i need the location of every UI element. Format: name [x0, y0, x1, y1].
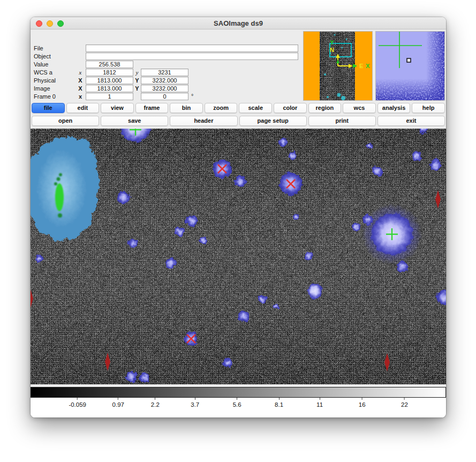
wcs-label: WCS a	[34, 69, 52, 76]
menu-edit[interactable]: edit	[66, 103, 100, 113]
frame-label: Frame 0	[34, 93, 56, 100]
exit-button[interactable]: exit	[377, 116, 445, 126]
star	[235, 176, 246, 188]
wcs-y-label: y	[134, 69, 140, 76]
star	[35, 255, 43, 262]
object-field[interactable]	[86, 53, 298, 60]
star	[128, 239, 138, 248]
menu-view[interactable]: view	[101, 103, 134, 113]
image-y-label: Y	[134, 85, 140, 92]
image-row: Image X 1813.000 Y 3232.000	[31, 85, 303, 92]
tick-mark	[279, 398, 279, 400]
physical-label: Physical	[34, 77, 56, 84]
star	[289, 152, 297, 160]
star	[238, 310, 250, 322]
menu-bin[interactable]: bin	[170, 103, 203, 113]
colorbar[interactable]	[31, 387, 446, 398]
save-button[interactable]: save	[101, 116, 168, 126]
tick-label: 8.1	[275, 401, 283, 408]
tick-mark	[237, 398, 237, 400]
panner-x-label: X	[366, 63, 370, 69]
star	[140, 373, 149, 383]
star	[366, 143, 373, 149]
physical-y-label: Y	[134, 77, 140, 84]
star	[412, 151, 421, 161]
menu-scale[interactable]: scale	[239, 103, 272, 113]
panner-y-label: Y	[330, 39, 334, 46]
star	[304, 252, 313, 260]
bright-extended-source	[31, 136, 100, 241]
star	[165, 258, 176, 269]
menu-zoom[interactable]: zoom	[205, 103, 238, 113]
menu-region[interactable]: region	[308, 103, 342, 113]
print-button[interactable]: print	[308, 116, 376, 126]
degree-symbol: °	[191, 93, 193, 99]
tick-mark	[320, 398, 320, 400]
image-y-field[interactable]: 3232.000	[141, 85, 188, 92]
star	[175, 227, 185, 236]
tick-mark	[404, 398, 405, 400]
star	[429, 159, 441, 171]
panner-n-label: N	[330, 47, 334, 53]
physical-x-field[interactable]: 1813.000	[86, 77, 133, 84]
physical-row: Physical X 1813.000 Y 3232.000	[31, 77, 303, 84]
image-label: Image	[34, 85, 50, 92]
menu-analysis[interactable]: analysis	[377, 103, 411, 113]
star	[279, 138, 288, 146]
window-title: SAOImage ds9	[31, 19, 446, 27]
magnifier-panel[interactable]	[375, 31, 445, 101]
open-button[interactable]: open	[32, 116, 99, 126]
magnifier-noise-right	[426, 32, 444, 100]
frame-zoom-field[interactable]: 1	[86, 93, 133, 100]
star	[117, 191, 130, 204]
star	[293, 214, 299, 220]
frame-rotation-field[interactable]: 0	[141, 93, 188, 100]
wcs-row: WCS a x 1812 y 3231	[31, 69, 303, 76]
object-row: Object	[31, 53, 303, 60]
image-x-field[interactable]: 1813.000	[86, 85, 133, 92]
menu-wcs[interactable]: wcs	[343, 103, 376, 113]
magnifier-cursor-box	[407, 58, 411, 62]
tick-label: -0.059	[69, 401, 86, 408]
tick-mark	[362, 398, 362, 400]
header-button[interactable]: header	[170, 116, 237, 126]
frame-x-label: x	[78, 93, 83, 100]
menu-color[interactable]: color	[274, 103, 307, 113]
object-label: Object	[34, 53, 51, 59]
menu-frame[interactable]: frame	[135, 103, 169, 113]
tick-mark	[118, 398, 118, 400]
tick-label: 3.7	[191, 401, 199, 408]
star	[307, 283, 323, 299]
star	[186, 215, 198, 227]
image-display[interactable]	[31, 129, 446, 384]
colorbar-scale: -0.059 0.97 2.2 3.7 5.6 8.1 11 16 22	[31, 398, 446, 418]
titlebar[interactable]: SAOImage ds9	[31, 17, 446, 29]
wcs-x-field[interactable]: 1812	[86, 69, 133, 76]
tick-label: 2.2	[151, 401, 160, 408]
file-row: File	[31, 44, 303, 52]
file-submenu-bar: open save header page setup print exit	[31, 116, 446, 126]
menu-file[interactable]: file	[32, 103, 65, 113]
tick-label: 11	[316, 401, 323, 408]
file-field[interactable]	[86, 44, 298, 52]
star	[396, 260, 408, 272]
ds9-window: SAOImage ds9 File Object Value 256.538 W…	[31, 17, 446, 418]
page-setup-button[interactable]: page setup	[239, 116, 307, 126]
desktop: SAOImage ds9 File Object Value 256.538 W…	[0, 0, 476, 462]
tick-label: 5.6	[233, 401, 241, 408]
star	[273, 303, 279, 310]
star	[258, 295, 267, 303]
menu-help[interactable]: help	[412, 103, 445, 113]
panner-panel[interactable]: Y N E X	[303, 31, 373, 101]
value-label: Value	[34, 61, 48, 68]
panner-e-label: E	[359, 63, 363, 69]
tick-mark	[77, 398, 78, 400]
star	[372, 166, 383, 176]
wcs-y-field[interactable]: 3231	[141, 69, 188, 76]
value-row: Value 256.538	[31, 61, 303, 68]
frame-row: Frame 0 x 1 0 °	[31, 93, 303, 100]
tick-label: 16	[359, 401, 366, 408]
physical-y-field[interactable]: 3232.000	[141, 77, 188, 84]
value-field[interactable]: 256.538	[86, 61, 133, 68]
menu-bar: file edit view frame bin zoom scale colo…	[31, 103, 446, 114]
